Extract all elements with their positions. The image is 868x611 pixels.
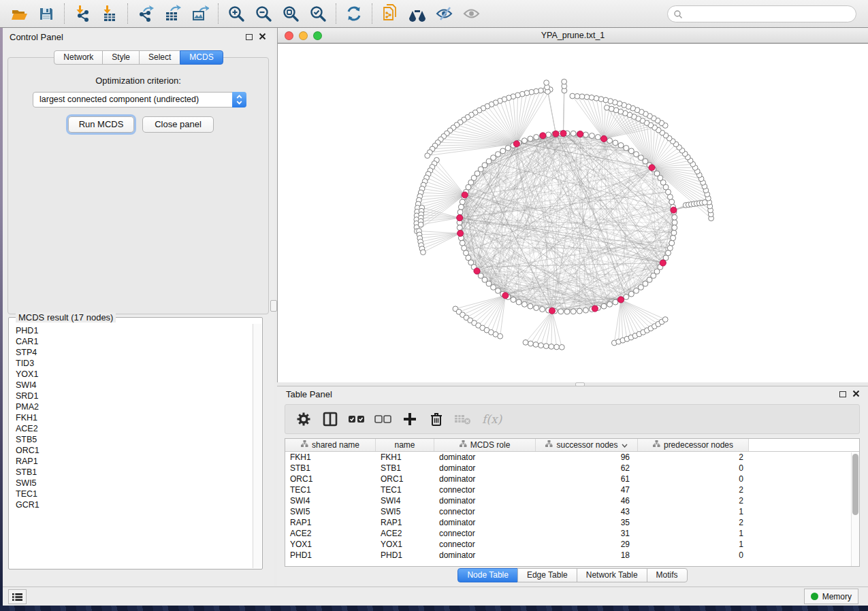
graph-node[interactable] <box>671 235 676 241</box>
run-mcds-button[interactable]: Run MCDS <box>68 116 134 133</box>
graph-fan-node[interactable] <box>562 79 567 84</box>
table-row[interactable]: ORC1ORC1dominator610 <box>285 474 859 484</box>
graph-fan-node[interactable] <box>702 200 707 205</box>
result-node-item[interactable]: YOX1 <box>16 369 253 380</box>
graph-node[interactable] <box>495 152 500 157</box>
graph-mcds-node[interactable] <box>671 207 677 213</box>
graph-mcds-node[interactable] <box>540 133 546 139</box>
export-image-icon[interactable] <box>187 2 214 25</box>
graph-node[interactable] <box>486 281 492 286</box>
refresh-icon[interactable] <box>340 2 368 25</box>
search-field[interactable] <box>667 5 856 22</box>
graph-node[interactable] <box>607 138 613 144</box>
import-table-icon[interactable] <box>96 2 123 25</box>
share-document-icon[interactable] <box>376 2 404 25</box>
table-row[interactable]: ACE2ACE2connector311 <box>285 528 859 539</box>
graph-node[interactable] <box>667 246 673 251</box>
graph-mcds-node[interactable] <box>462 192 468 198</box>
tab-network[interactable]: Network <box>54 50 103 65</box>
graph-mcds-node[interactable] <box>560 130 566 136</box>
delete-row-icon[interactable] <box>428 410 445 428</box>
table-row[interactable]: PHD1PHD1dominator180 <box>285 550 859 561</box>
network-graph[interactable] <box>278 44 868 382</box>
tab-edge-table[interactable]: Edge Table <box>517 568 577 582</box>
graph-fan-node[interactable] <box>543 344 549 349</box>
graph-node[interactable] <box>613 299 618 305</box>
graph-node[interactable] <box>577 308 582 314</box>
graph-fan-node[interactable] <box>559 344 564 350</box>
result-node-item[interactable]: PHD1 <box>16 325 253 336</box>
add-row-icon[interactable] <box>401 410 419 428</box>
result-node-item[interactable]: ORC1 <box>16 445 253 456</box>
vertical-splitter-grip[interactable] <box>270 300 277 312</box>
graph-fan-node[interactable] <box>544 80 549 86</box>
graph-node[interactable] <box>624 146 629 151</box>
close-panel-button[interactable]: Close panel <box>142 116 214 133</box>
graph-node[interactable] <box>457 210 463 215</box>
graph-node[interactable] <box>460 199 465 205</box>
table-row[interactable]: RAP1RAP1dominator352 <box>285 517 859 528</box>
import-network-icon[interactable] <box>69 2 96 25</box>
column-header-successor-nodes[interactable]: successor nodes <box>536 439 638 451</box>
graph-node[interactable] <box>511 297 516 302</box>
graph-node[interactable] <box>638 155 643 161</box>
graph-node[interactable] <box>521 301 527 307</box>
result-node-item[interactable]: TID3 <box>16 358 253 369</box>
graph-node[interactable] <box>460 240 465 246</box>
column-header-predecessor-nodes[interactable]: predecessor nodes <box>638 439 749 451</box>
graph-mcds-node[interactable] <box>474 268 480 274</box>
graph-mcds-node[interactable] <box>660 260 666 266</box>
node-table[interactable]: shared namenameMCDS rolesuccessor nodesp… <box>285 438 860 567</box>
graph-fan-node[interactable] <box>498 333 503 339</box>
open-session-icon[interactable] <box>5 2 33 25</box>
graph-node[interactable] <box>546 132 551 137</box>
graph-node[interactable] <box>607 301 613 307</box>
graph-node[interactable] <box>495 288 500 293</box>
graph-node[interactable] <box>583 132 588 137</box>
graph-mcds-node[interactable] <box>457 215 463 221</box>
save-session-icon[interactable] <box>33 2 60 25</box>
result-scrollbar[interactable] <box>253 324 261 568</box>
graph-mcds-node[interactable] <box>649 165 655 171</box>
graph-fan-node[interactable] <box>533 342 539 347</box>
graph-node[interactable] <box>564 309 570 314</box>
graph-node[interactable] <box>505 146 511 151</box>
result-node-item[interactable]: STB5 <box>16 434 253 445</box>
result-node-item[interactable]: FKH1 <box>16 412 253 423</box>
network-overview-icon[interactable] <box>404 2 431 25</box>
graph-fan-node[interactable] <box>523 340 528 345</box>
show-columns-icon[interactable] <box>321 410 339 428</box>
graph-node[interactable] <box>521 138 527 144</box>
mcds-result-list[interactable]: PHD1CAR1STP4TID3YOX1SWI4SRD1PMA2FKH1ACE2… <box>10 324 253 568</box>
tab-motifs[interactable]: Motifs <box>647 568 688 582</box>
criterion-dropdown[interactable]: largest connected component (undirected) <box>33 92 246 108</box>
tab-node-table[interactable]: Node Table <box>457 568 518 582</box>
graph-fan-node[interactable] <box>549 344 554 349</box>
result-node-item[interactable]: PMA2 <box>16 401 253 412</box>
graph-fan-node[interactable] <box>554 344 560 350</box>
graph-node[interactable] <box>601 303 607 309</box>
graph-node[interactable] <box>570 131 576 136</box>
graph-mcds-node[interactable] <box>592 306 598 312</box>
graph-node[interactable] <box>672 220 677 225</box>
graph-mcds-node[interactable] <box>502 293 509 299</box>
column-header-shared-name[interactable]: shared name <box>285 439 376 451</box>
graph-node[interactable] <box>634 288 639 293</box>
result-node-item[interactable]: GCR1 <box>16 499 253 510</box>
column-header-MCDS-role[interactable]: MCDS role <box>434 439 536 451</box>
graph-fan-node[interactable] <box>604 105 609 110</box>
graph-node[interactable] <box>540 306 545 312</box>
graph-fan-node[interactable] <box>662 317 668 323</box>
result-node-item[interactable]: TEC1 <box>16 489 253 499</box>
graph-fan-node[interactable] <box>570 93 575 99</box>
graph-node[interactable] <box>634 152 639 157</box>
graph-mcds-node[interactable] <box>617 297 624 303</box>
graph-fan-node[interactable] <box>539 343 544 348</box>
graph-node[interactable] <box>669 240 675 246</box>
graph-node[interactable] <box>589 133 594 139</box>
search-input[interactable] <box>683 7 856 21</box>
result-node-item[interactable]: SWI5 <box>16 478 253 489</box>
close-table-panel-icon[interactable] <box>852 390 860 397</box>
zoom-out-icon[interactable] <box>250 2 277 25</box>
graph-node[interactable] <box>628 148 634 154</box>
